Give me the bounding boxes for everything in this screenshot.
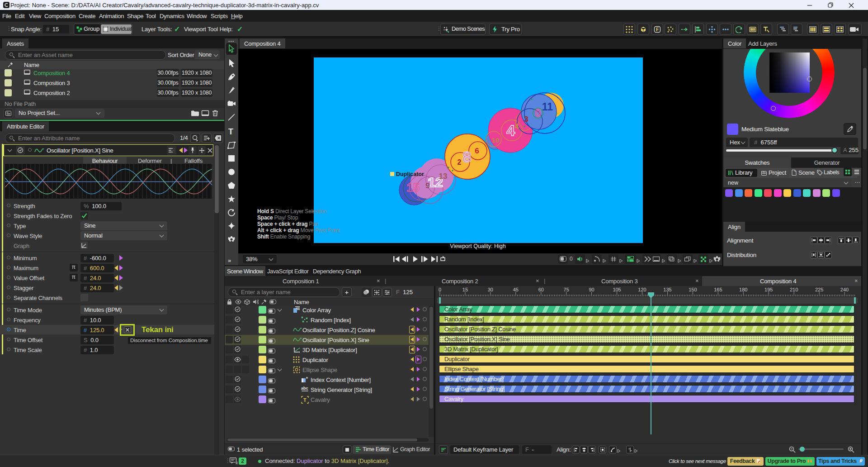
- svg-text:abc: abc: [301, 386, 308, 391]
- svg-text:8: 8: [463, 149, 471, 165]
- svg-text:15: 15: [407, 181, 420, 194]
- svg-text:Duplicator: Duplicator: [396, 171, 424, 177]
- svg-text:9: 9: [425, 181, 429, 190]
- svg-text:3: 3: [524, 115, 528, 124]
- svg-text:4: 4: [507, 122, 515, 139]
- svg-text:10: 10: [492, 136, 500, 144]
- svg-text:11: 11: [542, 101, 553, 113]
- svg-text:T: T: [303, 397, 307, 403]
- svg-text:6: 6: [475, 147, 479, 155]
- svg-text:13: 13: [439, 172, 448, 181]
- svg-text:F: F: [656, 27, 659, 32]
- svg-text:2: 2: [458, 158, 462, 166]
- svg-text:0: 0: [535, 107, 541, 119]
- svg-text:4: 4: [515, 123, 519, 130]
